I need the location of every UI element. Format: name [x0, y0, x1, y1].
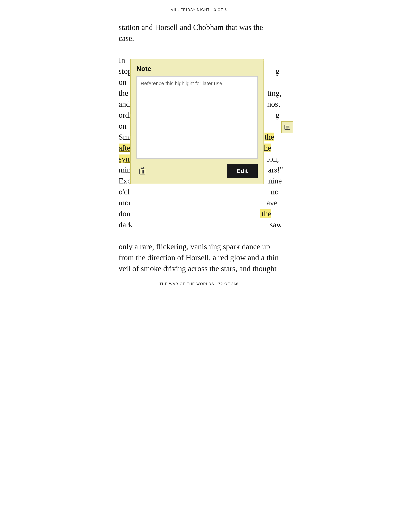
footer-page: 72 OF 366: [218, 282, 238, 286]
text-line-bottom3: veil of smoke driving across the stars, …: [119, 263, 279, 274]
svg-rect-1: [141, 167, 144, 169]
note-popup: Note Reference this highlight for later …: [130, 59, 264, 184]
footer: THE WAR OF THE WORLDS · 72 OF 366: [119, 282, 279, 290]
top-divider: [119, 20, 279, 20]
sidebar-note-icon[interactable]: [281, 121, 293, 133]
text-line-mor: mor ave: [119, 197, 279, 208]
chapter-header: VIII. FRIDAY NIGHT · 3 OF 6: [119, 8, 279, 12]
note-textarea-container[interactable]: Reference this highlight for later use.: [137, 76, 258, 158]
text-line-oclock: o'cl no: [119, 186, 279, 197]
footer-book-title: THE WAR OF THE WORLDS: [159, 282, 214, 286]
delete-note-button[interactable]: [137, 165, 148, 177]
chapter-page: 3 OF 6: [214, 8, 227, 12]
text-line-2: case.: [119, 33, 279, 44]
text-line-dark: dark saw: [119, 219, 279, 230]
text-line-1: station and Horsell and Chobham that was…: [119, 22, 279, 33]
footer-separator: ·: [215, 282, 218, 286]
text-line-bottom1: only a rare, flickering, vanishing spark…: [119, 241, 279, 252]
note-title: Note: [137, 65, 258, 72]
chapter-separator: ·: [211, 8, 214, 12]
text-line-bottom2: from the direction of Horsell, a red glo…: [119, 252, 279, 263]
note-actions-row: Edit: [137, 164, 258, 178]
text-line-don: don the: [119, 208, 279, 219]
edit-note-button[interactable]: Edit: [227, 164, 258, 178]
note-textarea-content: Reference this highlight for later use.: [141, 81, 254, 87]
chapter-title: VIII. FRIDAY NIGHT: [171, 8, 210, 12]
